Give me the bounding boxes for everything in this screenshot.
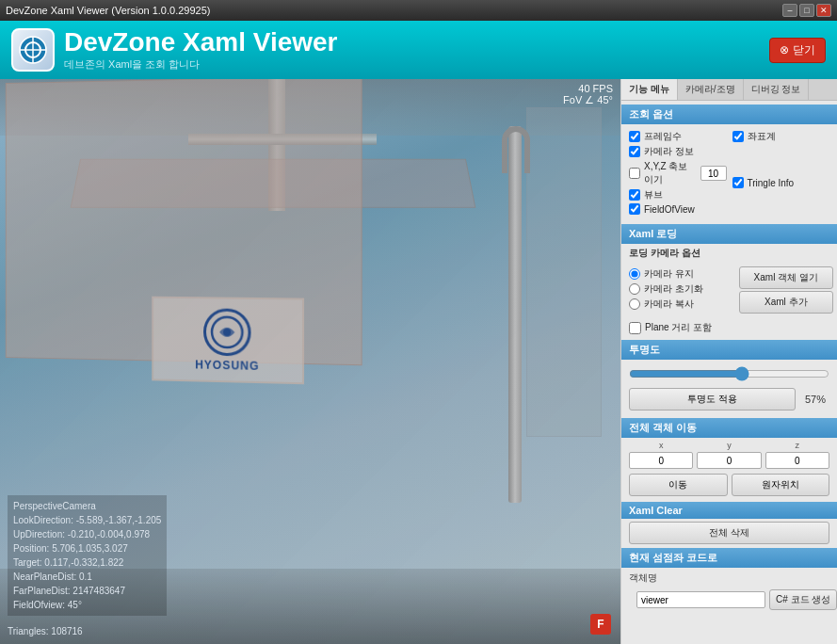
background-structure: [526, 107, 602, 437]
check-camera-info-row: 카메라 정보: [629, 145, 727, 158]
xaml-loading-header: Xaml 로딩: [621, 224, 837, 244]
close-window-button[interactable]: ✕: [816, 4, 831, 17]
xyz-input[interactable]: [700, 166, 727, 181]
btn-move[interactable]: 이동: [629, 474, 728, 496]
check-framerate[interactable]: [629, 131, 640, 142]
close-icon: ⊗: [780, 43, 789, 56]
check-fieldofview-row: FieldOfView: [629, 203, 727, 215]
check-plane[interactable]: [629, 322, 641, 334]
app-logo: [11, 28, 55, 72]
code-gen-header: 현재 섬점좌 코드로: [621, 548, 837, 568]
check-tringle-row: Tringle Info: [732, 177, 830, 188]
app-title: DevZone Xaml Viewer: [64, 28, 338, 57]
radio-cam-copy-row: 카메라 복사: [629, 298, 724, 311]
object-movement-header: 전체 객체 이동: [621, 418, 837, 438]
radio-cam-copy[interactable]: [629, 298, 640, 310]
check-fieldofview[interactable]: [629, 203, 640, 215]
display-options-header: 조회 옵션: [621, 105, 837, 124]
check-view-row: 뷰브: [629, 188, 727, 201]
main-area: HYOSUNG 40 FPS FoV ∠ 45° PerspectiveCame…: [0, 79, 837, 644]
close-app-button[interactable]: ⊗ 닫기: [769, 38, 826, 63]
triangles-info: Triangles: 108716: [8, 626, 83, 636]
check-camera-info[interactable]: [629, 146, 640, 157]
fov-display: FoV ∠ 45°: [563, 94, 613, 106]
hyosung-logo: HYOSUNG: [152, 297, 304, 385]
btn-reset[interactable]: 원자위치: [732, 474, 830, 496]
tab-debug[interactable]: 디버깅 정보: [744, 79, 810, 100]
metal-pole: [508, 126, 522, 503]
move-btn-row: 이동 원자위치: [621, 472, 837, 498]
code-gen-content: 객체명 C# 코드 생성: [621, 568, 837, 617]
hyosung-symbol: [203, 308, 251, 356]
btn-xaml-add[interactable]: Xaml 추가: [739, 291, 834, 314]
f-button[interactable]: F: [590, 614, 611, 635]
transparency-slider[interactable]: [629, 367, 829, 380]
xyz-z-input[interactable]: [765, 452, 829, 469]
transparency-value: 57%: [801, 394, 829, 405]
objname-input[interactable]: [636, 591, 765, 608]
pole-hook: [502, 126, 530, 173]
slider-container: [629, 363, 829, 386]
xyz-y-input[interactable]: [697, 452, 761, 469]
check-tringle[interactable]: [732, 177, 744, 188]
radio-cam-init-row: 카메라 초기화: [629, 282, 724, 296]
objname-row: C# 코드 생성: [629, 587, 829, 613]
transparency-section: 투명도 적용 57%: [621, 360, 837, 414]
radio-cam-keep[interactable]: [629, 268, 640, 280]
tab-bar: 기능 메뉴 카메라/조명 디버깅 정보: [621, 79, 837, 101]
display-options-content: 프레임수 카메라 정보 X,Y,Z 축보이기 뷰브: [621, 124, 837, 220]
btn-clear-all[interactable]: 전체 삭제: [629, 522, 829, 544]
xyz-x-col: x: [629, 441, 693, 469]
hyosung-box: HYOSUNG: [6, 79, 362, 365]
btn-apply-transparency[interactable]: 투명도 적용: [629, 388, 796, 411]
xyz-x-input[interactable]: [629, 452, 693, 469]
radio-cam-init[interactable]: [629, 283, 640, 295]
fps-info: 40 FPS FoV ∠ 45°: [563, 83, 613, 106]
btn-gen-code[interactable]: C# 코드 생성: [769, 589, 837, 610]
transparency-header: 투명도: [621, 340, 837, 360]
fps-display: 40 FPS: [563, 83, 613, 94]
hyosung-text: HYOSUNG: [195, 358, 259, 373]
titlebar-controls: – □ ✕: [782, 4, 831, 17]
check-view[interactable]: [629, 189, 640, 201]
objname-label: 객체명: [629, 572, 829, 585]
app-header: DevZone Xaml Viewer 데브존의 Xaml을 조회 합니다 ⊗ …: [0, 21, 837, 79]
check-xyz[interactable]: [629, 168, 640, 179]
viewport[interactable]: HYOSUNG 40 FPS FoV ∠ 45° PerspectiveCame…: [0, 79, 620, 644]
maximize-button[interactable]: □: [799, 4, 814, 17]
plane-check-row: Plane 거리 포함: [621, 319, 837, 336]
right-panel: 기능 메뉴 카메라/조명 디버깅 정보 조회 옵션 프레임수 카메라 정보: [620, 79, 837, 644]
xyz-z-col: z: [765, 441, 829, 469]
xyz-y-col: y: [697, 441, 761, 469]
check-axes[interactable]: [732, 131, 744, 142]
app-subtitle: 데브존의 Xaml을 조회 합니다: [64, 57, 338, 72]
check-framerate-row: 프레임수: [629, 130, 727, 143]
xaml-clear-header: Xaml Clear: [621, 502, 837, 519]
btn-xaml-open[interactable]: Xaml 객체 열기: [739, 266, 834, 289]
check-xyz-row: X,Y,Z 축보이기: [629, 160, 727, 186]
xyz-row: x y z: [621, 438, 837, 472]
titlebar: DevZone Xaml Viewer (Version 1.0.0.29925…: [0, 0, 837, 21]
titlebar-title: DevZone Xaml Viewer (Version 1.0.0.29925…: [6, 5, 210, 16]
camera-info: PerspectiveCamera LookDirection: -5.589,…: [8, 495, 167, 616]
xaml-loading-sublabel: 로딩 카메라 옵션: [621, 244, 837, 261]
camera-radio-group: 카메라 유지 카메라 초기화 카메라 복사: [621, 263, 732, 317]
minimize-button[interactable]: –: [782, 4, 797, 17]
tab-camera[interactable]: 카메라/조명: [678, 79, 744, 100]
tab-features[interactable]: 기능 메뉴: [621, 79, 678, 100]
radio-cam-keep-row: 카메라 유지: [629, 267, 724, 281]
check-axes-row: 좌표계: [732, 130, 830, 143]
